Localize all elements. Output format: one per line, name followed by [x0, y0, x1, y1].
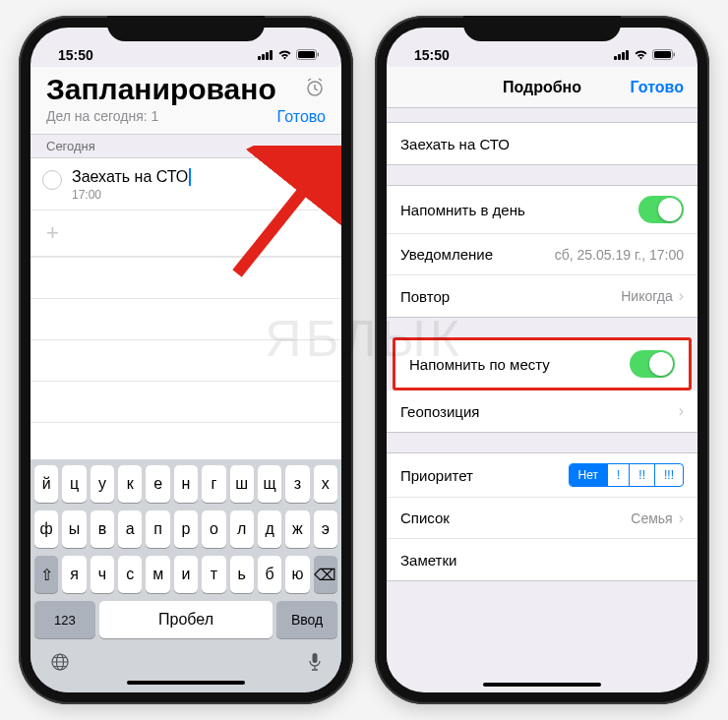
shift-key[interactable]: ⇧	[34, 556, 58, 593]
priority-segmented[interactable]: Нет ! !! !!!	[569, 463, 684, 487]
background-filler	[387, 581, 698, 679]
backspace-key[interactable]: ⌫	[314, 556, 337, 593]
key[interactable]: с	[118, 556, 142, 593]
key[interactable]: ф	[34, 510, 58, 548]
chevron-right-icon: ›	[679, 287, 684, 304]
key[interactable]: м	[146, 556, 169, 593]
signal-icon	[258, 47, 273, 63]
keyboard-row-2: ф ы в а п р о л д ж э	[34, 510, 337, 548]
keyboard-row-4: 123 Пробел Ввод	[34, 601, 337, 638]
keyboard-row-3: ⇧ я ч с м и т ь б ю ⌫	[34, 556, 337, 593]
group-geo: Геопозиция ›	[387, 390, 698, 433]
alarm-icon[interactable]	[304, 77, 326, 103]
chevron-right-icon: ›	[679, 510, 684, 526]
remind-location-row[interactable]: Напомнить по месту	[395, 340, 689, 388]
remind-location-label: Напомнить по месту	[409, 356, 550, 373]
notes-label: Заметки	[400, 552, 456, 569]
reminder-checkbox[interactable]	[42, 170, 62, 190]
key[interactable]: п	[146, 510, 169, 548]
key[interactable]: и	[174, 556, 198, 593]
notch	[107, 16, 265, 41]
subtitle: Дел на сегодня: 1	[46, 108, 158, 126]
key[interactable]: к	[118, 465, 142, 503]
key[interactable]: х	[314, 465, 337, 503]
key[interactable]: н	[174, 465, 198, 503]
svg-rect-18	[674, 53, 676, 57]
key[interactable]: а	[118, 510, 142, 548]
battery-icon	[652, 47, 676, 63]
key[interactable]: ц	[62, 465, 86, 503]
key[interactable]: я	[62, 556, 86, 593]
group-time: Напомнить в день Уведомление сб, 25.05.1…	[387, 185, 698, 318]
svg-rect-14	[622, 52, 625, 60]
remind-day-toggle[interactable]	[638, 196, 684, 223]
key[interactable]: в	[91, 510, 114, 548]
key[interactable]: л	[230, 510, 254, 548]
chevron-right-icon: ›	[679, 402, 684, 420]
task-name-field[interactable]: Заехать на СТО	[387, 123, 698, 164]
phone-left: 15:50 Запланировано Де	[19, 16, 353, 704]
home-indicator[interactable]	[483, 683, 601, 687]
key[interactable]: р	[174, 510, 198, 548]
notification-row[interactable]: Уведомление сб, 25.05.19 г., 17:00	[387, 234, 698, 275]
key[interactable]: ю	[285, 556, 309, 593]
key[interactable]: э	[314, 510, 337, 548]
svg-rect-6	[318, 53, 320, 57]
priority-low[interactable]: !	[608, 464, 630, 486]
key[interactable]: т	[202, 556, 225, 593]
nav-title: Подробно	[503, 79, 581, 96]
phone-right: 15:50 Подробно Готово Заехать на СТО	[375, 16, 709, 704]
priority-med[interactable]: !!	[630, 464, 655, 486]
svg-rect-0	[258, 56, 261, 60]
text-cursor	[189, 168, 191, 186]
svg-rect-1	[262, 54, 265, 60]
info-button[interactable]: i	[310, 170, 330, 190]
remind-location-toggle[interactable]	[630, 350, 675, 378]
list-header: Запланировано Дел на сегодня: 1 Готово	[30, 67, 341, 135]
list-row[interactable]: Список Семья›	[387, 498, 698, 539]
return-key[interactable]: Ввод	[276, 601, 337, 638]
repeat-label: Повтор	[400, 288, 450, 305]
key[interactable]: ы	[62, 510, 86, 548]
key[interactable]: у	[91, 465, 114, 503]
reminder-time: 17:00	[72, 188, 300, 202]
remind-day-label: Напомнить в день	[400, 202, 525, 218]
key[interactable]: б	[258, 556, 281, 593]
keyboard: й ц у к е н г ш щ з х ф ы в а п р о л	[30, 459, 341, 692]
key[interactable]: ж	[285, 510, 309, 548]
key[interactable]: е	[146, 465, 169, 503]
space-key[interactable]: Пробел	[99, 601, 273, 638]
key[interactable]: ш	[230, 465, 254, 503]
priority-none[interactable]: Нет	[570, 464, 608, 486]
home-indicator[interactable]	[127, 681, 245, 685]
priority-label: Приоритет	[400, 467, 473, 484]
notification-value: сб, 25.05.19 г., 17:00	[555, 247, 684, 263]
priority-high[interactable]: !!!	[655, 464, 683, 486]
geolocation-row[interactable]: Геопозиция ›	[387, 390, 698, 432]
wifi-icon	[277, 47, 292, 63]
key[interactable]: щ	[258, 465, 281, 503]
key[interactable]: г	[202, 465, 225, 503]
notes-row[interactable]: Заметки	[387, 539, 698, 580]
remind-day-row[interactable]: Напомнить в день	[387, 186, 698, 234]
mic-icon[interactable]	[308, 652, 322, 677]
key[interactable]: д	[258, 510, 281, 548]
list-background	[30, 257, 341, 459]
key[interactable]: ч	[91, 556, 114, 593]
key[interactable]: ь	[230, 556, 254, 593]
reminder-row[interactable]: Заехать на СТО 17:00 i	[30, 158, 341, 210]
done-button[interactable]: Готово	[631, 79, 684, 96]
key[interactable]: й	[34, 465, 58, 503]
svg-rect-12	[614, 56, 617, 60]
numbers-key[interactable]: 123	[34, 601, 95, 638]
status-time: 15:50	[414, 47, 450, 63]
list-label: Список	[400, 510, 450, 526]
add-reminder-button[interactable]: +	[30, 210, 341, 257]
key[interactable]: з	[285, 465, 309, 503]
reminder-title[interactable]: Заехать на СТО	[72, 168, 188, 185]
repeat-row[interactable]: Повтор Никогда›	[387, 275, 698, 317]
key[interactable]: о	[202, 510, 225, 548]
svg-rect-10	[313, 653, 318, 663]
globe-icon[interactable]	[50, 652, 70, 677]
done-button[interactable]: Готово	[277, 108, 326, 126]
